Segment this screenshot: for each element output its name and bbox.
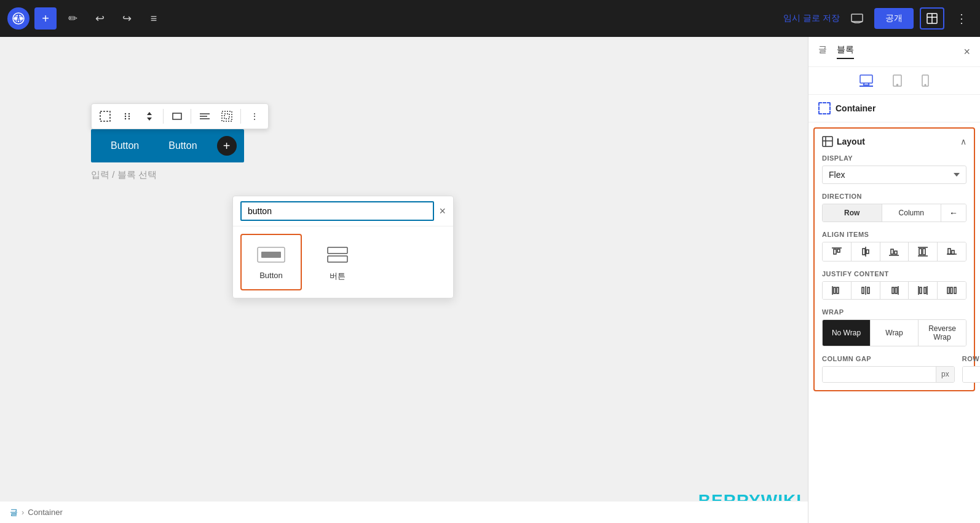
svg-rect-44 <box>895 251 897 254</box>
section-title: Layout <box>822 136 865 147</box>
breadcrumb-current: Container <box>28 508 62 517</box>
save-draft-link[interactable]: 임시 글로 저장 <box>783 13 840 24</box>
column-gap-label: COLUMN GAP <box>822 355 955 362</box>
device-row <box>808 67 980 95</box>
svg-point-14 <box>128 118 130 119</box>
topbar: + ✏ ↩ ↪ ≡ 임시 글로 저장 공개 ⋮ <box>0 0 980 37</box>
breadcrumb-root[interactable]: 글 <box>10 507 18 518</box>
align-end-button[interactable] <box>880 242 909 261</box>
add-button-circle[interactable]: + <box>217 136 237 156</box>
column-gap-col: COLUMN GAP px <box>822 355 955 383</box>
svg-point-9 <box>125 113 126 114</box>
align-stretch-button[interactable] <box>909 242 938 261</box>
block-toolbar: ⋮ <box>91 103 269 129</box>
layout-collapse-button[interactable]: ∧ <box>960 137 966 146</box>
section-header: Layout ∧ <box>822 136 966 147</box>
wordpress-logo[interactable] <box>7 7 30 30</box>
svg-rect-43 <box>891 249 893 254</box>
container-select-button[interactable] <box>167 106 187 126</box>
reverse-wrap-button[interactable]: Reverse Wrap <box>919 320 966 346</box>
sidebar-header: 글 블록 × <box>808 37 980 67</box>
drag-handle[interactable] <box>117 106 137 126</box>
canvas[interactable]: ⋮ Button Button + 입력 / 블록 선택 × <box>0 37 808 523</box>
row-gap-col: ROW GAP px <box>962 355 980 383</box>
toolbar-divider <box>163 109 164 124</box>
column-gap-input-wrapper: px <box>822 366 955 383</box>
button-block: Button Button + <box>91 129 244 162</box>
breadcrumb-separator: › <box>22 508 24 517</box>
undo-button[interactable]: ↩ <box>89 7 111 30</box>
tablet-view-button[interactable] <box>893 74 902 87</box>
align-button[interactable] <box>195 106 215 126</box>
publish-button[interactable]: 공개 <box>874 8 914 29</box>
svg-rect-15 <box>173 113 181 119</box>
add-block-button[interactable]: + <box>34 7 57 30</box>
align-items-label: ALIGN ITEMS <box>822 231 966 238</box>
justify-space-between-button[interactable] <box>909 282 938 299</box>
direction-reverse-button[interactable]: ← <box>941 204 966 222</box>
button-1[interactable]: Button <box>98 134 151 158</box>
container-text: Container <box>836 103 875 113</box>
tab-post[interactable]: 글 <box>818 44 827 59</box>
block-item-button[interactable]: Button <box>240 234 302 290</box>
column-gap-unit: px <box>936 367 954 382</box>
justify-end-button[interactable] <box>880 282 909 299</box>
sidebar-close-button[interactable]: × <box>963 46 970 58</box>
more-options-button[interactable]: ⋮ <box>245 106 264 126</box>
align-center-button[interactable] <box>852 242 880 261</box>
svg-rect-33 <box>823 137 832 146</box>
redo-button[interactable]: ↪ <box>116 7 138 30</box>
direction-column-button[interactable]: Column <box>882 204 942 222</box>
svg-rect-51 <box>952 250 954 254</box>
align-start-button[interactable] <box>823 242 852 261</box>
버튼-block-icon <box>320 242 355 267</box>
options-button[interactable]: ⋮ <box>950 7 973 30</box>
button-block-icon <box>254 242 288 267</box>
display-select[interactable]: Flex Block Grid Inline <box>822 166 966 184</box>
container-label: Container <box>808 95 980 122</box>
display-label: DISPLAY <box>822 154 966 162</box>
list-view-button[interactable]: ≡ <box>143 7 165 30</box>
justify-space-around-button[interactable] <box>938 282 966 299</box>
svg-rect-25 <box>860 75 872 83</box>
column-gap-input[interactable] <box>823 367 936 382</box>
block-search-clear-button[interactable]: × <box>439 205 446 218</box>
row-gap-input[interactable] <box>963 367 980 382</box>
gap-row: COLUMN GAP px ROW GAP px <box>822 355 966 383</box>
move-up-down-button[interactable] <box>140 106 159 126</box>
svg-rect-37 <box>834 249 836 254</box>
preview-button[interactable] <box>846 7 868 30</box>
svg-rect-60 <box>895 287 897 293</box>
svg-rect-1 <box>852 14 863 22</box>
row-gap-input-wrapper: px <box>962 366 980 383</box>
align-baseline-button[interactable] <box>938 242 966 261</box>
justify-center-button[interactable] <box>852 282 880 299</box>
select-block-button[interactable] <box>95 106 115 126</box>
block-item-버튼[interactable]: 버튼 <box>307 234 368 290</box>
breadcrumb-bar: 글 › Container <box>0 501 808 523</box>
button-block-label: Button <box>259 271 283 280</box>
layout-title-text: Layout <box>837 137 865 146</box>
block-search-bar: × <box>233 196 453 226</box>
direction-row-button[interactable]: Row <box>823 204 882 222</box>
tab-block[interactable]: 블록 <box>837 44 854 59</box>
mobile-view-button[interactable] <box>922 74 929 87</box>
row-gap-label: ROW GAP <box>962 355 980 362</box>
tools-button[interactable]: ✏ <box>61 7 84 30</box>
toolbar-divider-2 <box>191 109 191 124</box>
svg-rect-24 <box>328 256 347 262</box>
justify-start-button[interactable] <box>823 282 852 299</box>
content-area: ⋮ Button Button + 입력 / 블록 선택 × <box>0 37 980 523</box>
svg-rect-59 <box>892 287 894 293</box>
block-search-input[interactable] <box>240 201 434 221</box>
svg-rect-65 <box>947 287 949 293</box>
desktop-view-button[interactable] <box>859 74 873 87</box>
wrap-button[interactable]: Wrap <box>871 320 919 346</box>
button-2[interactable]: Button <box>156 134 209 158</box>
svg-point-11 <box>125 116 126 117</box>
justify-content-label: JUSTIFY CONTENT <box>822 270 966 277</box>
버튼-block-label: 버튼 <box>330 271 346 282</box>
no-wrap-button[interactable]: No Wrap <box>823 320 871 346</box>
view-toggle-button[interactable] <box>920 7 944 30</box>
select-all-button[interactable] <box>217 106 237 126</box>
